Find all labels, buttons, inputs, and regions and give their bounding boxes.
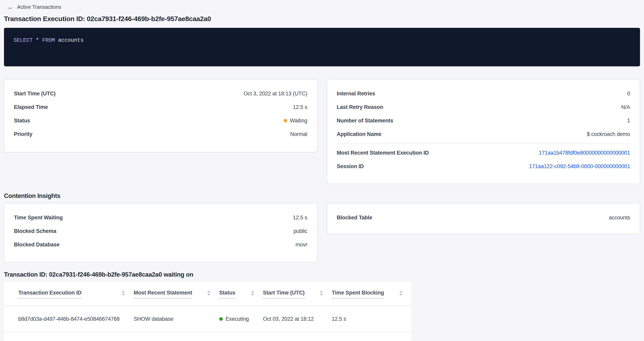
row-value: movr bbox=[296, 241, 307, 247]
cell-status: Executing bbox=[219, 306, 263, 332]
contention-row-time-spent-waiting: Time Spent Waiting 12.5 s bbox=[14, 211, 307, 224]
row-label: Number of Statements bbox=[337, 117, 393, 123]
column-header-time-spent-blocking[interactable]: Time Spent Blocking bbox=[332, 282, 411, 306]
row-label: Application Name bbox=[337, 131, 382, 137]
column-label: Most Recent Statement bbox=[134, 290, 192, 299]
row-label: Priority bbox=[14, 131, 32, 137]
back-to-active-transactions-link[interactable]: ← Active Transactions bbox=[8, 4, 61, 10]
page-title: Transaction Execution ID: 02ca7931-f246-… bbox=[4, 15, 640, 23]
row-label: Most Recent Statement Execution ID bbox=[337, 150, 429, 156]
row-label: Blocked Table bbox=[337, 214, 372, 220]
summary-row-elapsed-time: Elapsed Time 12.5 s bbox=[14, 100, 307, 114]
row-value: 12.5 s bbox=[293, 214, 307, 220]
contention-row-blocked-schema: Blocked Schema public bbox=[14, 224, 307, 238]
sort-arrows-icon[interactable] bbox=[251, 290, 254, 296]
row-label: Start Time (UTC) bbox=[14, 90, 56, 96]
row-value: $ cockroach demo bbox=[587, 131, 630, 137]
details-row-last-retry-reason: Last Retry Reason N/A bbox=[337, 100, 630, 114]
waiting-on-table-panel: Transaction Execution ID Most Recent Sta… bbox=[4, 282, 411, 341]
row-value: accounts bbox=[609, 214, 630, 220]
waiting-on-heading: Transaction ID: 02ca7931-f246-469b-b2fe-… bbox=[4, 271, 640, 279]
contention-row-blocked-table: Blocked Table accounts bbox=[337, 211, 630, 224]
transaction-details-card: Internal Retries 0 Last Retry Reason N/A… bbox=[327, 79, 640, 184]
green-dot-icon bbox=[219, 317, 223, 321]
sort-arrows-icon[interactable] bbox=[207, 290, 210, 296]
table-header-row: Transaction Execution ID Most Recent Sta… bbox=[4, 282, 411, 306]
details-row-number-of-statements: Number of Statements 1 bbox=[337, 114, 630, 127]
row-value: Waiting bbox=[284, 117, 307, 123]
contention-left-card: Time Spent Waiting 12.5 s Blocked Schema… bbox=[4, 203, 317, 262]
status-badge: Waiting bbox=[290, 117, 307, 123]
sql-statement-box: SELECT * FROM accounts bbox=[4, 28, 640, 66]
row-value: 1 bbox=[627, 117, 630, 123]
sql-table-name: accounts bbox=[58, 37, 84, 43]
column-label: Time Spent Blocking bbox=[332, 290, 384, 299]
row-label: Last Retry Reason bbox=[337, 104, 383, 110]
cell-time-spent-blocking: 12.5 s bbox=[332, 306, 411, 332]
breadcrumb: ← Active Transactions bbox=[4, 0, 640, 11]
column-header-start-time[interactable]: Start Time (UTC) bbox=[263, 282, 332, 306]
summary-cards-row: Start Time (UTC) Oct 3, 2022 at 18:13 (U… bbox=[4, 79, 640, 184]
column-header-most-recent-statement[interactable]: Most Recent Statement bbox=[134, 282, 219, 306]
summary-row-status: Status Waiting bbox=[14, 114, 307, 127]
sort-arrows-icon[interactable] bbox=[320, 290, 323, 296]
row-label: Blocked Database bbox=[14, 241, 60, 247]
row-label: Elapsed Time bbox=[14, 104, 48, 110]
cell-most-recent-statement: SHOW database bbox=[134, 306, 219, 332]
summary-row-start-time: Start Time (UTC) Oct 3, 2022 at 18:13 (U… bbox=[14, 87, 307, 100]
contention-cards-row: Time Spent Waiting 12.5 s Blocked Schema… bbox=[4, 203, 640, 262]
card-divider bbox=[337, 143, 630, 143]
row-label: Status bbox=[14, 117, 30, 123]
row-value: Normal bbox=[290, 131, 307, 137]
cell-start-time: Oct 03, 2022 at 18:12 bbox=[263, 306, 332, 332]
status-badge: Executing bbox=[226, 316, 249, 322]
row-value: Oct 3, 2022 at 18:13 (UTC) bbox=[244, 90, 307, 96]
table-row: b8d7d03a-d497-446b-8474-e50846674768 SHO… bbox=[4, 306, 411, 332]
column-label: Transaction Execution ID bbox=[18, 290, 82, 299]
statement-execution-id-link[interactable]: 171aa1b478fdf0e80000000000000001 bbox=[539, 150, 630, 156]
sql-keyword: SELECT bbox=[14, 37, 32, 43]
row-label: Internal Retries bbox=[337, 90, 375, 96]
transaction-details-page: ← Active Transactions Transaction Execut… bbox=[0, 0, 644, 341]
arrow-left-icon: ← bbox=[8, 4, 14, 10]
row-label: Session ID bbox=[337, 163, 364, 169]
row-value: public bbox=[294, 228, 307, 234]
contention-row-blocked-database: Blocked Database movr bbox=[14, 238, 307, 251]
sort-arrows-icon[interactable] bbox=[122, 290, 125, 296]
details-row-statement-execution-id: Most Recent Statement Execution ID 171aa… bbox=[337, 146, 630, 159]
cell-transaction-execution-id: b8d7d03a-d497-446b-8474-e50846674768 bbox=[4, 306, 134, 332]
sql-keyword: FROM bbox=[42, 37, 55, 43]
session-id-link[interactable]: 171aa122-c092-54b8-0000-000000000001 bbox=[529, 163, 630, 169]
details-row-application-name: Application Name $ cockroach demo bbox=[337, 127, 630, 141]
details-row-internal-retries: Internal Retries 0 bbox=[337, 87, 630, 100]
row-value: 12.5 s bbox=[293, 104, 307, 110]
contention-insights-heading: Contention Insights bbox=[4, 192, 640, 200]
waiting-on-table: Transaction Execution ID Most Recent Sta… bbox=[4, 282, 411, 332]
back-link-label: Active Transactions bbox=[17, 4, 61, 10]
summary-row-priority: Priority Normal bbox=[14, 127, 307, 141]
column-label: Status bbox=[219, 290, 235, 299]
execution-summary-card: Start Time (UTC) Oct 3, 2022 at 18:13 (U… bbox=[4, 79, 317, 152]
row-value: N/A bbox=[621, 104, 630, 110]
sort-arrows-icon[interactable] bbox=[399, 290, 402, 296]
row-label: Time Spent Waiting bbox=[14, 214, 63, 220]
sql-star: * bbox=[36, 37, 39, 43]
column-header-transaction-execution-id[interactable]: Transaction Execution ID bbox=[4, 282, 134, 306]
row-label: Blocked Schema bbox=[14, 228, 56, 234]
row-value: 0 bbox=[627, 90, 630, 96]
orange-dot-icon bbox=[284, 119, 287, 122]
details-row-session-id: Session ID 171aa122-c092-54b8-0000-00000… bbox=[337, 159, 630, 173]
column-header-status[interactable]: Status bbox=[219, 282, 263, 306]
column-label: Start Time (UTC) bbox=[263, 290, 304, 299]
contention-right-card: Blocked Table accounts bbox=[327, 203, 640, 234]
